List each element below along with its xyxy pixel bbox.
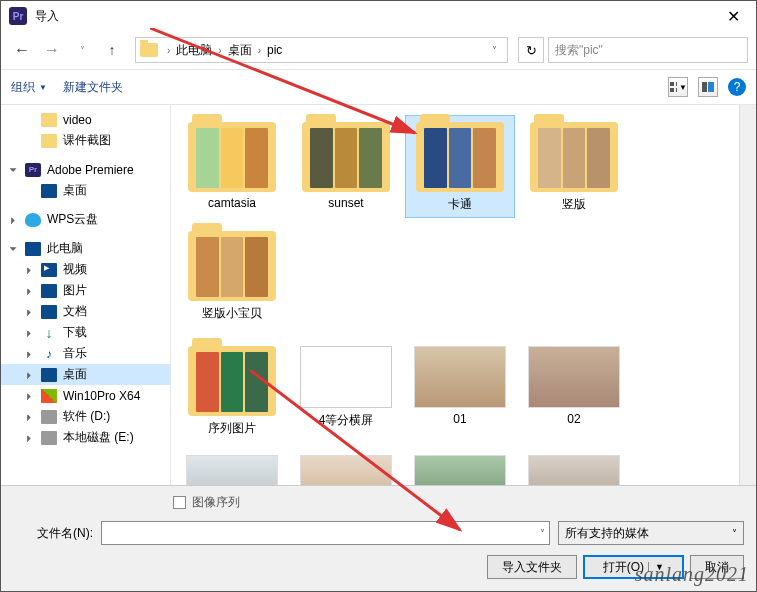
folder-label: sunset <box>328 196 363 210</box>
tree-item-documents[interactable]: ⏵文档 <box>1 301 170 322</box>
cancel-button[interactable]: 取消 <box>690 555 744 579</box>
filename-label: 文件名(N): <box>13 525 93 542</box>
download-icon: ↓ <box>41 326 57 340</box>
folder-item[interactable]: 竖版小宝贝 <box>177 224 287 327</box>
filename-input[interactable]: ˅ <box>101 521 550 545</box>
expand-icon[interactable]: ⏷ <box>9 165 18 175</box>
image-item[interactable]: 03 <box>177 448 287 485</box>
folder-item[interactable]: 序列图片 <box>177 339 287 442</box>
svg-rect-0 <box>670 82 674 86</box>
expand-icon[interactable]: ⏵ <box>25 391 34 401</box>
recent-dropdown[interactable]: ˅ <box>69 37 95 63</box>
expand-icon[interactable]: ⏵ <box>25 412 34 422</box>
folder-label: 竖版小宝贝 <box>202 305 262 322</box>
tree-item-wps[interactable]: ⏵WPS云盘 <box>1 209 170 230</box>
file-pane[interactable]: camtasia sunset 卡通 竖版 竖版小宝贝 <box>171 105 739 485</box>
crumb-pc[interactable]: 此电脑 <box>173 42 215 59</box>
drive-icon <box>41 431 57 445</box>
tree-item-video[interactable]: video <box>1 109 170 130</box>
svg-rect-4 <box>702 82 707 92</box>
titlebar: Pr 导入 ✕ <box>1 1 756 31</box>
tree-item-downloads[interactable]: ⏵↓下载 <box>1 322 170 343</box>
file-filter-select[interactable]: 所有支持的媒体 ˅ <box>558 521 744 545</box>
scrollbar[interactable] <box>739 105 756 485</box>
image-label: 02 <box>567 412 580 426</box>
chevron-right-icon: › <box>215 45 224 56</box>
up-button[interactable]: ↑ <box>99 37 125 63</box>
picture-icon <box>41 284 57 298</box>
folder-item[interactable]: camtasia <box>177 115 287 218</box>
new-folder-button[interactable]: 新建文件夹 <box>63 79 123 96</box>
nav-tree: video 课件截图 ⏷PrAdobe Premiere 桌面 ⏵WPS云盘 ⏷… <box>1 105 171 485</box>
tree-item-premiere[interactable]: ⏷PrAdobe Premiere <box>1 159 170 180</box>
folder-icon <box>530 122 618 192</box>
folder-label: camtasia <box>208 196 256 210</box>
image-thumbnail <box>414 346 506 408</box>
expand-icon[interactable]: ⏷ <box>9 244 18 254</box>
image-thumbnail <box>300 346 392 408</box>
tree-item-pictures[interactable]: ⏵图片 <box>1 280 170 301</box>
preview-pane-button[interactable] <box>698 77 718 97</box>
import-folder-button[interactable]: 导入文件夹 <box>487 555 577 579</box>
premiere-icon: Pr <box>25 163 41 177</box>
refresh-button[interactable]: ↻ <box>518 37 544 63</box>
chevron-down-icon[interactable]: ˅ <box>486 45 503 56</box>
expand-icon[interactable]: ⏵ <box>9 215 18 225</box>
expand-icon[interactable]: ⏵ <box>25 265 34 275</box>
svg-rect-3 <box>676 88 677 92</box>
image-item[interactable]: 02 <box>519 339 629 442</box>
folder-label: 卡通 <box>448 196 472 213</box>
tree-item-videos[interactable]: ⏵视频 <box>1 259 170 280</box>
tree-item-win10[interactable]: ⏵Win10Pro X64 <box>1 385 170 406</box>
crumb-desktop[interactable]: 桌面 <box>225 42 255 59</box>
chevron-down-icon[interactable]: ˅ <box>540 528 545 539</box>
image-sequence-checkbox[interactable] <box>173 496 186 509</box>
image-item[interactable]: 01 <box>405 339 515 442</box>
image-sequence-row: 图像序列 <box>13 494 744 511</box>
close-button[interactable]: ✕ <box>719 3 748 30</box>
forward-button[interactable]: → <box>39 37 65 63</box>
chevron-right-icon: › <box>164 45 173 56</box>
tree-item-desktop[interactable]: ⏵桌面 <box>1 364 170 385</box>
expand-icon[interactable]: ⏵ <box>25 370 34 380</box>
toolbar: 组织 ▼ 新建文件夹 ▼ ? <box>1 69 756 105</box>
app-icon: Pr <box>9 7 27 25</box>
expand-icon[interactable]: ⏵ <box>25 349 34 359</box>
chevron-down-icon[interactable]: ▼ <box>648 562 664 572</box>
chevron-right-icon: › <box>255 45 264 56</box>
monitor-icon <box>41 368 57 382</box>
svg-rect-5 <box>708 82 714 92</box>
organize-menu[interactable]: 组织 ▼ <box>11 79 47 96</box>
expand-icon[interactable]: ⏵ <box>25 286 34 296</box>
view-mode-button[interactable]: ▼ <box>668 77 688 97</box>
folder-icon <box>302 122 390 192</box>
tree-item-music[interactable]: ⏵♪音乐 <box>1 343 170 364</box>
folder-icon <box>41 134 57 148</box>
expand-icon[interactable]: ⏵ <box>25 307 34 317</box>
image-item[interactable]: 04 <box>291 448 401 485</box>
expand-icon[interactable]: ⏵ <box>25 433 34 443</box>
help-button[interactable]: ? <box>728 78 746 96</box>
search-input[interactable]: 搜索"pic" <box>548 37 748 63</box>
open-button[interactable]: 打开(O)▼ <box>583 555 684 579</box>
pc-icon <box>25 242 41 256</box>
image-item[interactable]: 06 <box>519 448 629 485</box>
address-bar[interactable]: › 此电脑 › 桌面 › pic ˅ <box>135 37 508 63</box>
back-button[interactable]: ← <box>9 37 35 63</box>
tree-item-desktop[interactable]: 桌面 <box>1 180 170 201</box>
folder-item[interactable]: 竖版 <box>519 115 629 218</box>
bottom-panel: 图像序列 文件名(N): ˅ 所有支持的媒体 ˅ 导入文件夹 打开(O)▼ 取消 <box>1 485 756 591</box>
crumb-pic[interactable]: pic <box>264 43 285 57</box>
image-item[interactable]: 05 <box>405 448 515 485</box>
folder-item[interactable]: 卡通 <box>405 115 515 218</box>
folder-item[interactable]: sunset <box>291 115 401 218</box>
tree-item-drive-e[interactable]: ⏵本地磁盘 (E:) <box>1 427 170 448</box>
tree-item-pc[interactable]: ⏷此电脑 <box>1 238 170 259</box>
image-item[interactable]: 4等分横屏 <box>291 339 401 442</box>
folder-icon <box>188 346 276 416</box>
expand-icon[interactable]: ⏵ <box>25 328 34 338</box>
video-icon <box>41 263 57 277</box>
image-label: 01 <box>453 412 466 426</box>
tree-item-screenshot[interactable]: 课件截图 <box>1 130 170 151</box>
tree-item-drive-d[interactable]: ⏵软件 (D:) <box>1 406 170 427</box>
